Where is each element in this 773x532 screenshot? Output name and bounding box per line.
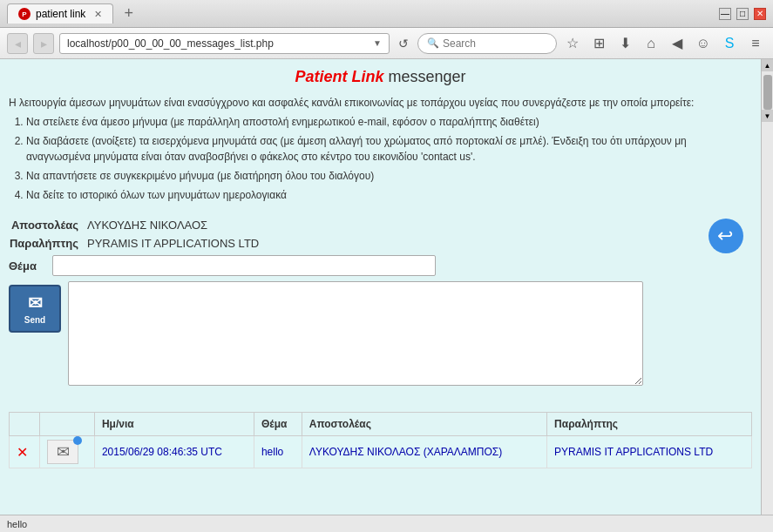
scrollbar[interactable]: ▲ ▼ <box>761 59 773 532</box>
description-item-1: Να στείλετε ένα άμεσο μήνυμα (με παράλλη… <box>26 114 752 130</box>
page-title: Patient Link messenger <box>9 68 752 86</box>
search-bar[interactable]: 🔍 <box>417 33 557 54</box>
description-item-4: Να δείτε το ιστορικό όλων των μηνυμάτων … <box>26 187 752 203</box>
sender-link[interactable]: ΛΥΚΟΥΔΗΣ ΝΙΚΟΛΑΟΣ (ΧΑΡΑΛΑΜΠΟΣ) <box>309 446 502 458</box>
nav-bar: ◂ ▸ localhost/p00_00_00_00_messages_list… <box>0 28 773 59</box>
minimize-button[interactable]: — <box>719 8 731 20</box>
th-receiver: Παραλήπτης <box>547 413 752 436</box>
address-dropdown[interactable]: ▼ <box>373 38 382 48</box>
subject-link[interactable]: hello <box>261 446 283 458</box>
search-icon: 🔍 <box>427 37 439 49</box>
description-item-3: Να απαντήσετε σε συγκεκριμένο μήνυμα (με… <box>26 168 752 184</box>
table-body: ✕ 2015/06/29 08:46:35 UTC hello <box>10 436 752 468</box>
back-icon[interactable]: ◀ <box>667 33 688 54</box>
sender-label: Αποστολέας <box>9 219 87 232</box>
table-header: Ημ/νια Θέμα Αποστολέας Παραλήπτης <box>10 413 752 436</box>
title-bar: P patient link ✕ + — □ ✕ <box>0 0 773 28</box>
email-badge <box>73 436 82 445</box>
row-date[interactable]: 2015/06/29 08:46:35 UTC <box>94 436 254 468</box>
forward-nav-button[interactable]: ▸ <box>33 33 54 54</box>
row-icon <box>40 436 95 468</box>
messages-table: Ημ/νια Θέμα Αποστολέας Παραλήπτης ✕ <box>9 412 752 468</box>
description-item-2: Να διαβάσετε (ανοίξετε) τα εισερχόμενα μ… <box>26 133 752 165</box>
status-text: hello <box>7 519 27 529</box>
title-bar-left: P patient link ✕ + <box>7 3 133 24</box>
home-icon[interactable]: ⌂ <box>641 33 661 54</box>
message-area: ✉ Send <box>9 281 752 386</box>
bookmark-icon[interactable]: ☆ <box>562 33 583 54</box>
subject-row: Θέμα <box>9 255 752 276</box>
close-button[interactable]: ✕ <box>754 8 766 20</box>
th-icon <box>40 413 95 436</box>
tab-title: patient link <box>36 8 85 20</box>
tab-favicon: P <box>18 8 31 20</box>
status-bar: hello <box>0 515 773 532</box>
brand-name: Patient Link <box>295 68 383 85</box>
refresh-button[interactable]: ↺ <box>398 37 409 51</box>
address-bar[interactable]: localhost/p00_00_00_00_messages_list.php… <box>59 33 390 54</box>
smiley-icon[interactable]: ☺ <box>693 33 714 54</box>
maximize-button[interactable]: □ <box>736 8 749 20</box>
new-tab-button[interactable]: + <box>124 4 133 23</box>
page-wrapper: Patient Link messenger Η λειτουργία άμεσ… <box>0 59 773 532</box>
row-receiver: PYRAMIS IT APPLICATIONS LTD <box>547 436 752 468</box>
receiver-label: Παραλήπτης <box>9 237 87 250</box>
send-button-area: ✉ Send <box>9 281 61 386</box>
th-subject: Θέμα <box>254 413 302 436</box>
send-icon: ✉ <box>28 293 43 313</box>
th-delete <box>10 413 40 436</box>
menu-icon[interactable]: ≡ <box>745 33 766 54</box>
nav-icons: ☆ ⊞ ⬇ ⌂ ◀ ☺ S ≡ <box>562 33 766 54</box>
tab-close-button[interactable]: ✕ <box>94 9 102 20</box>
back-nav-button[interactable]: ◂ <box>7 33 28 54</box>
address-text: localhost/p00_00_00_00_messages_list.php <box>67 37 373 50</box>
description: Η λειτουργία άμεσων μηνυμάτων είναι ενασ… <box>9 95 752 203</box>
description-intro: Η λειτουργία άμεσων μηνυμάτων είναι ενασ… <box>9 97 694 109</box>
back-button[interactable]: ↩ <box>709 219 743 253</box>
send-label: Send <box>24 315 45 325</box>
delete-icon[interactable]: ✕ <box>17 445 28 460</box>
th-date: Ημ/νια <box>94 413 254 436</box>
search-input[interactable] <box>443 37 547 50</box>
scroll-up-button[interactable]: ▲ <box>762 59 774 71</box>
subject-input[interactable] <box>52 255 436 276</box>
receiver-value: PYRAMIS IT APPLICATIONS LTD <box>87 237 259 250</box>
row-delete[interactable]: ✕ <box>10 436 40 468</box>
scroll-down-button[interactable]: ▼ <box>762 110 774 122</box>
table-row: ✕ 2015/06/29 08:46:35 UTC hello <box>10 436 752 468</box>
row-sender[interactable]: ΛΥΚΟΥΔΗΣ ΝΙΚΟΛΑΟΣ (ΧΑΡΑΛΑΜΠΟΣ) <box>302 436 546 468</box>
th-sender: Αποστολέας <box>302 413 546 436</box>
window-controls: — □ ✕ <box>719 8 766 20</box>
scroll-thumb[interactable] <box>763 75 772 110</box>
date-link[interactable]: 2015/06/29 08:46:35 UTC <box>102 446 222 458</box>
sender-row: Αποστολέας ΛΥΚΟΥΔΗΣ ΝΙΚΟΛΑΟΣ <box>9 219 752 232</box>
message-textarea[interactable] <box>68 281 643 386</box>
browser-tab[interactable]: P patient link ✕ <box>7 3 113 24</box>
form-area: ↩ Αποστολέας ΛΥΚΟΥΔΗΣ ΝΙΚΟΛΑΟΣ Παραλήπτη… <box>9 210 752 403</box>
receiver-text: PYRAMIS IT APPLICATIONS LTD <box>554 446 713 458</box>
subject-label: Θέμα <box>9 259 52 273</box>
description-list: Να στείλετε ένα άμεσο μήνυμα (με παράλλη… <box>9 114 752 203</box>
receiver-row: Παραλήπτης PYRAMIS IT APPLICATIONS LTD <box>9 237 752 250</box>
page-title-rest: messenger <box>383 68 465 85</box>
email-envelope <box>47 440 78 464</box>
row-subject[interactable]: hello <box>254 436 302 468</box>
back-icon: ↩ <box>717 226 733 246</box>
table-header-row: Ημ/νια Θέμα Αποστολέας Παραλήπτης <box>10 413 752 436</box>
skype-icon[interactable]: S <box>719 33 740 54</box>
send-button[interactable]: ✉ Send <box>9 285 61 333</box>
download-icon[interactable]: ⬇ <box>614 33 635 54</box>
grid-icon[interactable]: ⊞ <box>588 33 609 54</box>
sender-value: ΛΥΚΟΥΔΗΣ ΝΙΚΟΛΑΟΣ <box>87 219 207 232</box>
page-content: Patient Link messenger Η λειτουργία άμεσ… <box>0 59 761 532</box>
